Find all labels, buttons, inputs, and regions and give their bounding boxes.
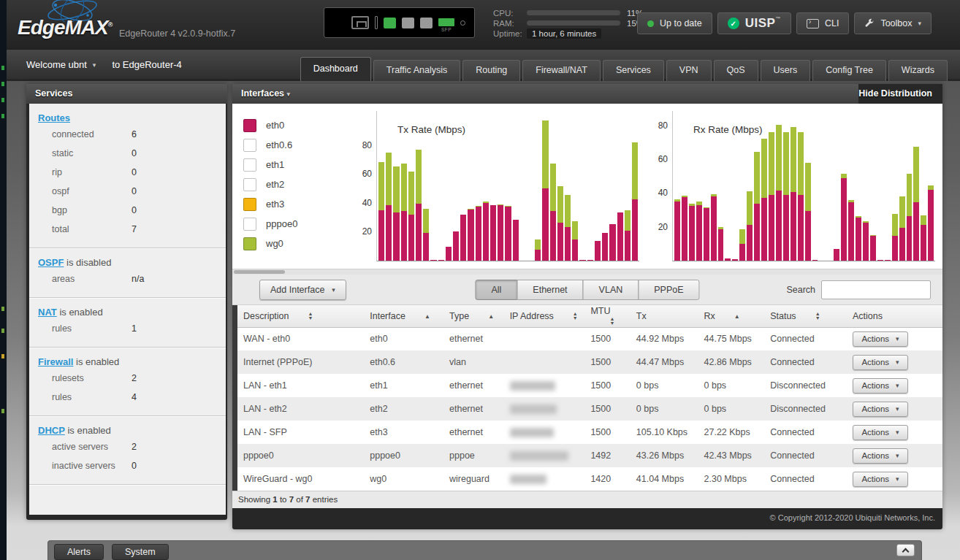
chevron-down-icon: ▾ [287,91,291,98]
y-axis-tick: 80 [658,120,668,131]
legend-item-eth2[interactable]: eth2 [243,174,297,194]
bar-segment-eth0 [565,227,571,261]
legend-label: eth0 [266,120,284,131]
service-stat-row: rules4 [29,392,226,405]
sidebar-link-firewall[interactable]: Firewall [38,356,73,367]
filter-pppoe[interactable]: PPPoE [638,280,699,300]
stat-value: 0 [132,205,137,215]
tab-vpn[interactable]: VPN [666,60,712,81]
ram-progressbar [527,20,620,26]
bar-segment-wg0 [754,152,760,204]
tab-services[interactable]: Services [603,60,664,81]
stat-value: 0 [132,461,137,471]
legend-item-eth0.6[interactable]: eth0.6 [243,135,297,155]
sidebar-link-ospf[interactable]: OSPF [38,257,64,268]
column-header-interface[interactable]: Interface▲ [364,305,443,327]
tab-firewall-nat[interactable]: Firewall/NAT [522,60,601,81]
tab-dashboard[interactable]: Dashboard [300,57,371,81]
interfaces-panel-title[interactable]: Interfaces ▾ [232,84,858,104]
legend-item-eth0[interactable]: eth0 [243,115,297,135]
chart-scrollbar[interactable] [232,269,942,275]
legend-item-eth1[interactable]: eth1 [243,155,297,174]
update-status-button[interactable]: Up to date [637,12,712,34]
scrollbar-handle[interactable] [234,270,285,274]
collapse-dock-button[interactable] [896,544,915,556]
column-header-tx[interactable]: Tx [631,305,698,327]
bar-segment-eth0 [625,231,631,261]
bar-segment-eth0 [877,260,883,261]
bar-segment-eth0 [505,207,511,261]
actions-button[interactable]: Actions▾ [853,472,908,487]
bar-segment-eth0 [468,210,473,261]
tx-cell: 0 bps [631,374,698,397]
bar [848,200,854,261]
uisp-button[interactable]: ✓ UISP™ [717,12,791,34]
search-area: Search [786,280,931,299]
column-header-ip-address[interactable]: IP Address▲▼ [504,305,585,327]
sidebar-link-routes[interactable]: Routes [38,112,70,123]
stat-value: 6 [132,129,137,139]
toolbox-button[interactable]: Toolbox ▾ [854,12,932,34]
add-interface-button[interactable]: Add Interface ▾ [259,280,346,300]
filter-vlan[interactable]: VLAN [583,280,639,300]
hide-distribution-button[interactable]: Hide Distribution [858,84,932,104]
tab-qos[interactable]: QoS [714,60,758,81]
actions-button[interactable]: Actions▾ [853,448,908,464]
system-tab[interactable]: System [112,544,169,560]
status-cell: Connected [764,327,847,350]
filter-all[interactable]: All [475,280,517,300]
welcome-user-menu[interactable]: Welcome ubnt [26,59,87,70]
legend-swatch [243,119,256,132]
column-header-status[interactable]: Status▲▼ [764,305,847,327]
bar-segment-eth0 [674,202,680,261]
search-input[interactable] [821,280,931,299]
actions-button[interactable]: Actions▾ [853,425,908,440]
tx-cell: 44.47 Mbps [631,350,698,374]
tab-config-tree[interactable]: Config Tree [812,60,886,81]
bar-segment-eth0 [754,204,760,261]
actions-button[interactable]: Actions▾ [853,402,908,417]
tab-users[interactable]: Users [761,60,811,81]
column-header-actions[interactable]: Actions [847,305,942,327]
cli-button[interactable]: CLI [796,12,849,34]
bar [535,239,541,261]
tab-traffic-analysis[interactable]: Traffic Analysis [373,60,460,81]
legend-item-eth3[interactable]: eth3 [243,194,297,214]
column-header-description[interactable]: Description▲▼ [237,305,364,327]
tab-routing[interactable]: Routing [462,60,520,81]
stat-value: 0 [132,186,137,196]
chevron-down-icon[interactable]: ▾ [93,61,96,69]
bar [921,215,926,261]
actions-button[interactable]: Actions▾ [853,378,908,394]
alerts-tab[interactable]: Alerts [54,544,104,560]
table-left-gutter[interactable] [232,305,237,491]
tx-cell: 44.92 Mbps [631,327,698,350]
column-header-mtu[interactable]: MTU▲▼ [584,305,630,327]
bar [791,127,796,261]
description-cell: Internet (PPPoE) [237,350,364,374]
sfp-port-icon [438,18,454,26]
stat-label: bgp [52,205,67,215]
bar [490,205,496,261]
cpu-stat: CPU: 11% [493,8,661,18]
bar-segment-eth0 [863,223,869,261]
column-header-rx[interactable]: Rx▲ [698,305,765,327]
bar-segment-eth0 [704,208,709,261]
interface-cell: eth2 [364,397,443,421]
bar-segment-eth0 [682,197,687,261]
cpu-progressbar [527,10,620,15]
actions-button[interactable]: Actions▾ [853,331,908,347]
filter-ethernet[interactable]: Ethernet [517,280,583,300]
service-stat-row: ospf0 [29,186,226,199]
column-header-type[interactable]: Type▲ [443,305,504,327]
legend-item-pppoe0[interactable]: pppoe0 [243,214,297,234]
actions-button[interactable]: Actions▾ [853,355,908,370]
tab-wizards[interactable]: Wizards [888,60,948,81]
interfaces-panel: Interfaces ▾ Hide Distribution eth0eth0.… [232,84,942,529]
description-cell: pppoe0 [237,444,364,467]
rx-cell: 0 bps [698,397,765,421]
legend-item-wg0[interactable]: wg0 [243,234,297,253]
sidebar-link-nat[interactable]: NAT [38,307,57,318]
sidebar-link-dhcp[interactable]: DHCP [38,425,65,436]
bar [747,191,753,261]
